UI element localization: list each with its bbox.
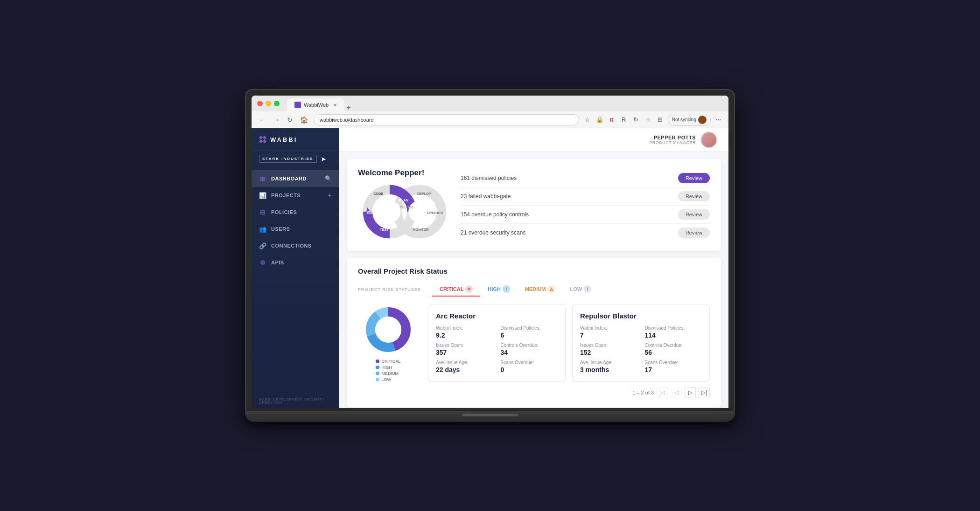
tab-close-button[interactable]: ✕ xyxy=(333,103,337,108)
review-button-3[interactable]: Review xyxy=(678,228,710,238)
sidebar-item-dashboard[interactable]: ⊞ DASHBOARD 🔍 xyxy=(252,170,339,187)
footer-text: WABBI DEVELOPMENT SECURITY OPERATION xyxy=(259,398,324,404)
tab-critical[interactable]: CRITICAL ✕ xyxy=(432,283,480,297)
forward-button[interactable]: → xyxy=(271,114,281,125)
apps-icon[interactable]: ⊞ xyxy=(656,115,665,124)
metric-wabbi-index-1: Wabbi Index: 7 xyxy=(580,325,637,339)
back-button[interactable]: ← xyxy=(257,114,267,125)
prev-page-button[interactable]: ◁ xyxy=(671,387,682,398)
metric-issues-0: Issues Open: 357 xyxy=(436,343,493,356)
project-metrics-1: Wabbi Index: 7 Dismissed Policies: 114 xyxy=(580,325,702,373)
sidebar-nav: ⊞ DASHBOARD 🔍 📊 PROJECTS + ⊟ POLICIES xyxy=(252,166,339,394)
active-tab[interactable]: WabbiWeb ✕ xyxy=(287,98,344,111)
project-title-1: Repulsor Blastor xyxy=(580,312,702,320)
high-badge: i xyxy=(503,285,510,293)
action-row-0: 161 dismissed policies Review xyxy=(461,169,710,187)
issues-value-1: 152 xyxy=(580,349,637,356)
legend-dot-low xyxy=(376,378,379,381)
dismissed-value-1: 114 xyxy=(645,331,702,339)
not-syncing-button[interactable]: Not syncing xyxy=(668,114,711,126)
laptop-base xyxy=(245,412,735,422)
metric-scans-0: Scans Overdue: 0 xyxy=(501,360,558,373)
first-page-button[interactable]: |◁ xyxy=(657,387,668,398)
legend-dot-high xyxy=(376,366,379,369)
extensions-icon[interactable]: R xyxy=(607,115,616,124)
sidebar-item-connections[interactable]: 🔗 CONNECTIONS xyxy=(252,237,339,254)
wabbi-index-value-0: 9.2 xyxy=(436,331,493,339)
project-card-arc-reactor[interactable]: Arc Reactor Wabbi Index: 9.2 xyxy=(428,304,566,381)
wabbi-index-label-0: Wabbi Index: xyxy=(436,325,493,331)
new-tab-button[interactable]: + xyxy=(346,104,350,111)
welcome-panel: Welcome Pepper! xyxy=(347,159,721,251)
tab-medium[interactable]: MEDIUM △ xyxy=(518,283,563,297)
risk-tab-section-label: PROJECT RISK STATUSES xyxy=(358,287,421,292)
legend-critical: CRITICAL xyxy=(376,359,400,364)
risk-panel: Overall Project Risk Status PROJECT RISK… xyxy=(347,258,721,407)
next-page-button[interactable]: ▷ xyxy=(685,387,696,398)
scans-label-1: Scans Overdue: xyxy=(645,360,702,365)
action-text-1: 23 failed wabbi-gate xyxy=(461,193,511,200)
low-badge: i xyxy=(584,285,591,293)
sidebar-item-projects[interactable]: 📊 PROJECTS + xyxy=(252,187,339,204)
star-icon[interactable]: ☆ xyxy=(583,115,592,124)
tab-high[interactable]: HIGH i xyxy=(480,283,518,297)
bookmark2-icon[interactable]: ☆ xyxy=(644,115,653,124)
metric-controls-0: Controls Overdue: 34 xyxy=(501,343,558,356)
last-page-button[interactable]: ▷| xyxy=(699,387,710,398)
not-syncing-label: Not syncing xyxy=(672,117,696,122)
header-user: PEPPER POTTS PRODUCT MANAGER xyxy=(649,131,717,148)
window-controls xyxy=(257,101,280,106)
search-icon[interactable]: 🔍 xyxy=(325,175,332,182)
add-project-icon[interactable]: + xyxy=(328,192,332,199)
minimize-window-button[interactable] xyxy=(266,101,271,106)
dismissed-value-0: 6 xyxy=(501,331,558,339)
age-value-0: 22 days xyxy=(436,366,493,373)
tab-bar: WabbiWeb ✕ + xyxy=(287,96,351,111)
risk-title: Overall Project Risk Status xyxy=(358,267,710,275)
tab-low[interactable]: LOW i xyxy=(562,283,599,297)
donut-chart-wrap: CRITICAL HIGH xyxy=(358,304,419,383)
wabbi-logo: WABBI xyxy=(259,136,332,143)
sync-user-avatar xyxy=(698,116,707,124)
maximize-window-button[interactable] xyxy=(274,101,280,106)
screen-border: WabbiWeb ✕ + ← → ↻ 🏠 ☆ 🔒 R R ↻ xyxy=(245,89,735,412)
review-button-0[interactable]: Review xyxy=(678,173,710,183)
user-avatar[interactable] xyxy=(700,131,717,148)
connections-label: CONNECTIONS xyxy=(271,243,312,249)
home-button[interactable]: 🏠 xyxy=(298,114,310,125)
svg-text:RELEASE: RELEASE xyxy=(400,206,414,209)
donut-legend: CRITICAL HIGH xyxy=(376,359,400,383)
close-window-button[interactable] xyxy=(257,101,263,106)
legend-medium: MEDIUM xyxy=(376,371,400,376)
review-button-1[interactable]: Review xyxy=(678,191,710,201)
project-card-repulsor[interactable]: Repulsor Blastor Wabbi Index: 7 xyxy=(572,304,710,381)
action-row-2: 154 overdue policy controls Review xyxy=(461,206,710,224)
sidebar-item-policies[interactable]: ⊟ POLICIES xyxy=(252,204,339,221)
medium-tab-label: MEDIUM xyxy=(525,286,546,292)
bookmark-icon[interactable]: R xyxy=(619,115,629,124)
scans-value-1: 17 xyxy=(645,366,702,373)
sidebar-item-apis[interactable]: ⚙ APIS xyxy=(252,254,339,271)
scans-value-0: 0 xyxy=(501,366,558,373)
project-title-0: Arc Reactor xyxy=(436,312,558,320)
action-text-0: 161 dismissed policies xyxy=(461,175,517,181)
shield-icon[interactable]: 🔒 xyxy=(595,115,604,124)
project-metrics-0: Wabbi Index: 9.2 Dismissed Policies: 6 xyxy=(436,325,558,373)
infinity-diagram: CODE PLAN BUILD TEST DEPLOY RELEASE OPER… xyxy=(358,181,451,242)
policies-icon: ⊟ xyxy=(259,208,266,216)
refresh-button[interactable]: ↻ xyxy=(285,114,294,125)
review-button-2[interactable]: Review xyxy=(678,209,710,220)
app-container: WABBI STARK INDUSTRIES ➤ ⊞ DASHBOARD xyxy=(252,128,728,408)
issues-label-0: Issues Open: xyxy=(436,343,493,348)
more-options-icon[interactable]: ⋯ xyxy=(714,115,723,124)
sidebar-item-users[interactable]: 👥 USERS xyxy=(252,221,339,237)
main-content: Welcome Pepper! xyxy=(339,152,728,408)
pagination: 1 – 2 of 3 |◁ ◁ ▷ ▷| xyxy=(428,387,710,398)
high-tab-label: HIGH xyxy=(488,286,501,292)
metric-wabbi-index-0: Wabbi Index: 9.2 xyxy=(436,325,493,339)
controls-value-1: 56 xyxy=(645,349,702,356)
donut-chart-svg xyxy=(363,304,414,355)
diamond4 xyxy=(263,139,266,143)
refresh-sync-icon[interactable]: ↻ xyxy=(631,115,641,124)
address-input[interactable] xyxy=(314,114,579,125)
